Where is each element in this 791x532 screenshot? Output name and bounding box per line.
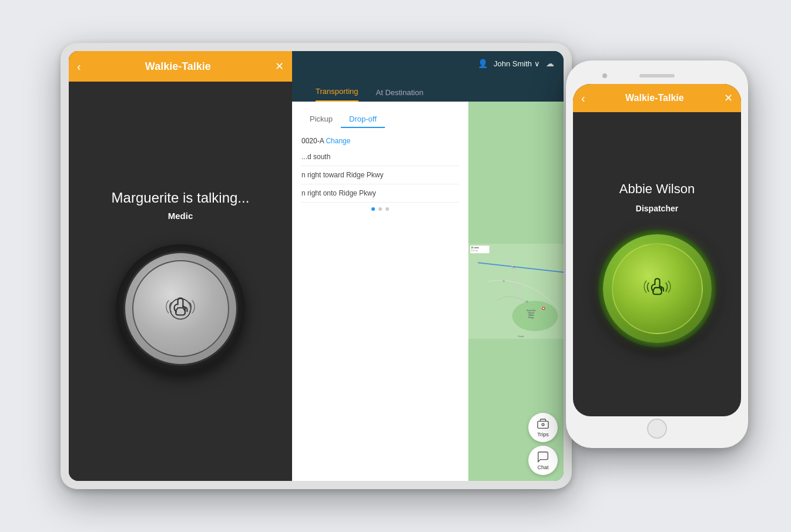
phone-ptt-icon — [638, 270, 676, 308]
walkie-close-button[interactable]: ✕ — [275, 60, 284, 73]
nav-step-3: n right onto Ridge Pkwy — [301, 184, 459, 203]
walkie-body: Marguerite is talking... Medic — [69, 82, 292, 481]
push-to-talk-icon — [160, 288, 201, 329]
dot-1 — [371, 207, 375, 211]
phone-home-area — [573, 416, 741, 441]
phone-walkie-title: Walkie-Talkie — [585, 93, 724, 103]
phone-device: ‹ Walkie-Talkie ✕ Abbie Wilson Dispatche… — [566, 60, 748, 448]
walkie-back-button[interactable]: ‹ — [77, 60, 81, 73]
svg-text:Google: Google — [518, 335, 524, 338]
tab-transporting[interactable]: Transporting — [316, 87, 358, 102]
svg-text:National: National — [528, 312, 535, 314]
svg-text:Rocky Flats: Rocky Flats — [527, 309, 536, 312]
tab-dropoff[interactable]: Drop-off — [341, 111, 385, 128]
phone-speaker — [639, 74, 675, 78]
svg-point-14 — [543, 308, 545, 309]
tab-bar: Transporting At Destination — [292, 76, 564, 102]
phone-walkie-body: Abbie Wilson Dispatcher — [573, 112, 741, 416]
map-view: 21 mins 13.7 mi 270 93 129 Rocky Flats N… — [468, 102, 564, 481]
svg-text:21 mins: 21 mins — [471, 247, 479, 249]
cloud-icon: ☁ — [546, 59, 554, 68]
phone-ptt-button[interactable] — [598, 230, 716, 347]
svg-point-2 — [512, 301, 558, 331]
profile-icon: 👤 — [478, 59, 488, 68]
svg-text:93: 93 — [502, 280, 505, 282]
tablet-bg-content: 👤 John Smith ∨ ☁ Transporting At Destina… — [292, 51, 564, 481]
nav-step-2: n right toward Ridge Pkwy — [301, 166, 459, 184]
phone-camera — [602, 73, 607, 78]
phone-top-bar — [573, 68, 741, 84]
trips-label: Trips — [537, 432, 549, 437]
svg-text:Wildlife: Wildlife — [528, 314, 534, 316]
tab-at-destination[interactable]: At Destination — [376, 88, 424, 102]
phone-home-button[interactable] — [647, 419, 667, 439]
tab-pickup[interactable]: Pickup — [301, 111, 341, 128]
phone-close-button[interactable]: ✕ — [724, 92, 733, 105]
phone-walkie-header: ‹ Walkie-Talkie ✕ — [573, 84, 741, 112]
nav-step-1: ...d south — [301, 148, 459, 166]
svg-point-17 — [542, 423, 544, 426]
chat-button[interactable]: Chat — [528, 446, 558, 475]
svg-text:Refuge: Refuge — [528, 316, 534, 319]
walkie-title: Walkie-Talkie — [81, 60, 275, 73]
change-link[interactable]: Change — [326, 137, 350, 145]
top-bar: 👤 John Smith ∨ ☁ — [292, 51, 564, 76]
svg-text:270: 270 — [512, 267, 515, 269]
ptt-button[interactable] — [116, 244, 245, 373]
phone-screen: ‹ Walkie-Talkie ✕ Abbie Wilson Dispatche… — [573, 84, 741, 416]
nav-address: 0020-A Change — [301, 135, 459, 148]
user-name: John Smith ∨ — [494, 59, 540, 68]
svg-rect-16 — [538, 421, 548, 428]
tablet-walkie-panel: ‹ Walkie-Talkie ✕ Marguerite is talking.… — [69, 51, 292, 481]
dot-2 — [378, 207, 382, 211]
left-panel: Pickup Drop-off 0020-A Change ...d south… — [292, 102, 468, 481]
trips-button[interactable]: Trips — [528, 413, 558, 442]
phone-contact-name: Abbie Wilson — [619, 181, 695, 197]
dot-3 — [386, 207, 389, 211]
page-indicators — [301, 203, 459, 216]
talking-text: Marguerite is talking... — [112, 190, 250, 206]
walkie-role: Medic — [168, 211, 193, 221]
phone-contact-role: Dispatcher — [636, 204, 678, 213]
ptt-inner-button[interactable] — [132, 260, 229, 357]
svg-text:13.7 mi: 13.7 mi — [471, 250, 478, 252]
tablet-content-area: Pickup Drop-off 0020-A Change ...d south… — [292, 102, 564, 481]
phone-ptt-inner[interactable] — [612, 243, 703, 334]
phone-back-button[interactable]: ‹ — [581, 92, 585, 105]
walkie-header: ‹ Walkie-Talkie ✕ — [69, 51, 292, 82]
tablet-device: ‹ Walkie-Talkie ✕ Marguerite is talking.… — [61, 43, 572, 489]
chat-label: Chat — [537, 464, 548, 470]
pickup-dropoff-tabs: Pickup Drop-off — [301, 111, 459, 128]
